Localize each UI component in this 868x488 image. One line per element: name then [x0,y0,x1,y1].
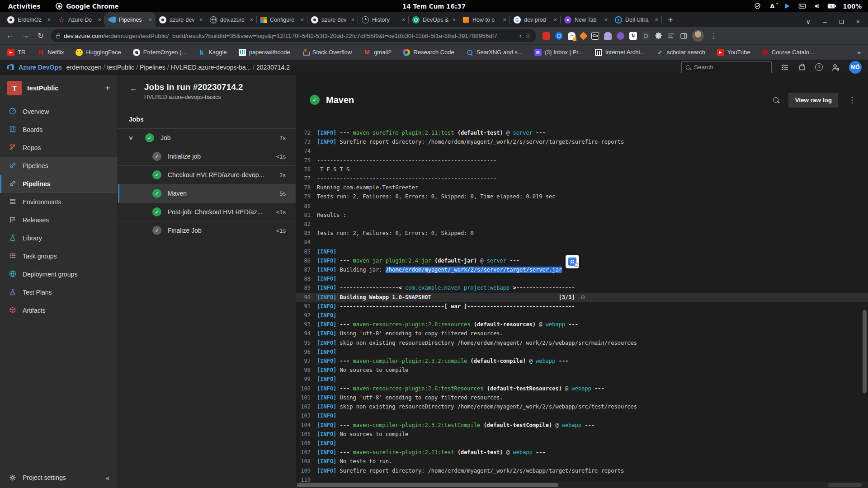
task-list-icon[interactable] [781,63,789,71]
reload-button[interactable]: ↻ [35,31,46,41]
log-line[interactable]: 109[INFO] Surefire report directory: /ho… [296,466,868,475]
tab-search-chevron-icon[interactable]: ∨ [806,18,811,25]
log-line[interactable]: 76 T E S T S [296,165,868,174]
job-row[interactable]: ✓Maven5s [118,184,296,202]
tab-close-icon[interactable]: × [655,16,658,23]
bookmark-item[interactable]: gmail2 [363,49,391,56]
bookmark-item[interactable]: Course Catalo... [762,49,814,56]
bookmark-item[interactable]: Research Code [403,49,454,56]
tab-close-icon[interactable]: × [98,16,101,23]
log-line[interactable]: 74 [296,146,868,155]
log-more-options-icon[interactable]: ⋮ [848,95,856,105]
tab-close-icon[interactable]: × [148,16,152,23]
log-line[interactable]: 92[INFO] [296,311,868,320]
log-line[interactable]: 73[INFO] Surefire report directory: /hom… [296,137,868,146]
vertical-scrollbar-thumb[interactable] [863,310,867,393]
back-button[interactable]: ← [5,31,15,40]
help-icon[interactable]: ? [815,63,823,71]
browser-tab[interactable]: azure-dev× [307,12,358,27]
log-line[interactable]: 75--------------------------------------… [296,156,868,165]
sidebar-item-boards[interactable]: Boards [0,121,118,139]
horizontal-scrollbar-track[interactable] [296,482,868,488]
view-raw-log-button[interactable]: View raw log [788,93,838,108]
log-line[interactable]: 77--------------------------------------… [296,174,868,183]
devops-search-input[interactable]: Search [681,61,772,73]
browser-tab[interactable]: Azure De× [54,12,105,27]
share-icon[interactable]: ‹ [519,32,522,39]
bookmark-item[interactable]: Kaggle [198,49,226,56]
breadcrumb-item[interactable]: testPublic [107,64,134,71]
browser-tab[interactable]: ErdemOz× [4,12,54,27]
ext-blue-icon[interactable] [555,32,563,40]
browser-menu-icon[interactable]: ⋮ [708,32,719,40]
log-line[interactable]: 91[INFO] -------------------------------… [296,302,868,311]
window-minimize-button[interactable]: – [823,18,827,25]
tab-close-icon[interactable]: × [250,16,253,23]
browser-tab[interactable]: History× [358,12,409,27]
log-line[interactable]: 98[INFO] No sources to compile [296,366,868,375]
log-line[interactable]: 93[INFO] --- maven-resources-plugin:2.6:… [296,320,868,329]
bookmark-item[interactable]: SearXNG and s... [466,49,523,56]
log-line[interactable]: 108[INFO] No tests to run. [296,457,868,466]
system-tray[interactable]: A 100% [753,2,868,10]
user-avatar[interactable]: MÖ [849,61,862,74]
browser-tab[interactable]: New Tab× [561,12,611,27]
collapse-sidebar-icon[interactable]: « [106,474,118,482]
log-line[interactable]: 102[INFO] skip non existing resourceDire… [296,402,868,411]
log-line[interactable]: 104[INFO] --- maven-compiler-plugin:2.3.… [296,421,868,430]
bookmark-item[interactable]: HuggingFace [75,49,121,56]
breadcrumb-item[interactable]: Pipelines [140,64,165,71]
tab-close-icon[interactable]: × [351,16,354,23]
window-restore-button[interactable] [840,20,844,24]
bookmark-star-icon[interactable]: ☆ [525,32,531,39]
tab-close-icon[interactable]: × [199,16,203,23]
log-line[interactable]: 94[INFO] Using 'utf-8' encoding to copy … [296,329,868,338]
tab-close-icon[interactable]: × [401,16,405,23]
browser-tab[interactable]: Dell Ultra× [611,12,662,27]
log-line[interactable]: 88[INFO] [296,274,868,283]
new-tab-button[interactable]: + [665,14,676,26]
azure-devops-home[interactable]: Azure DevOps [6,63,62,71]
sidebar-item-test-plans[interactable]: Test Plans [0,283,118,301]
ext-camera-icon[interactable] [642,32,650,40]
sidebar-item-environments[interactable]: Environments [0,193,118,211]
bookmark-item[interactable]: Internet Archi... [595,49,645,56]
add-project-icon[interactable]: + [105,83,110,94]
bookmark-item[interactable]: TR [7,49,25,56]
chevron-down-icon[interactable]: ∨ [128,135,133,141]
lock-icon[interactable] [56,35,60,38]
sidebar-item-artifacts[interactable]: Artifacts [0,301,118,319]
breadcrumb-item[interactable]: 20230714.2 [256,64,290,71]
translate-popup-button[interactable]: G [566,255,579,268]
browser-tab[interactable]: DevOps &× [409,12,459,27]
tab-close-icon[interactable]: × [553,16,557,23]
tab-close-icon[interactable]: × [604,16,608,23]
log-line[interactable]: 84 [296,238,868,247]
log-line[interactable]: 82 [296,220,868,229]
log-output[interactable]: 72[INFO] --- maven-surefire-plugin:2.11:… [296,128,868,484]
activities-button[interactable]: Activities [8,3,40,10]
ext-notion-icon[interactable]: N [629,32,637,40]
forward-button[interactable]: → [20,31,31,40]
log-line[interactable]: 96[INFO] [296,347,868,357]
browser-tab[interactable]: Configure× [257,12,307,27]
window-close-button[interactable]: × [856,18,860,25]
bookmark-item[interactable]: ErdemOzgen (... [133,49,186,56]
back-arrow-icon[interactable]: ← [130,84,137,93]
log-search-icon[interactable] [773,97,778,103]
log-line[interactable]: 85[INFO] [296,247,868,256]
log-line[interactable]: 105[INFO] No sources to compile [296,430,868,439]
bookmarks-overflow-icon[interactable]: » [857,48,861,56]
ext-purple-ghost-icon[interactable] [604,32,612,40]
log-line[interactable]: 86[INFO] --- maven-jar-plugin:2.4:jar (d… [296,256,868,265]
log-line[interactable]: 100[INFO] --- maven-resources-plugin:2.6… [296,384,868,393]
side-panel-icon[interactable] [679,32,688,40]
log-line[interactable]: 87[INFO] Building jar: /home/erdem/myage… [296,265,868,274]
bookmark-item[interactable]: Netflix [37,49,64,56]
log-line[interactable]: 103[INFO] [296,411,868,420]
job-row[interactable]: ✓Post-job: Checkout HVLRED/az...<1s [118,202,296,221]
job-row[interactable]: ✓Finalize Job<1s [118,221,296,239]
ext-fox-icon[interactable] [579,32,587,40]
address-bar[interactable]: dev.azure.com/erdemozgen/testPublic/_bui… [51,29,536,42]
tab-close-icon[interactable]: × [503,16,506,23]
